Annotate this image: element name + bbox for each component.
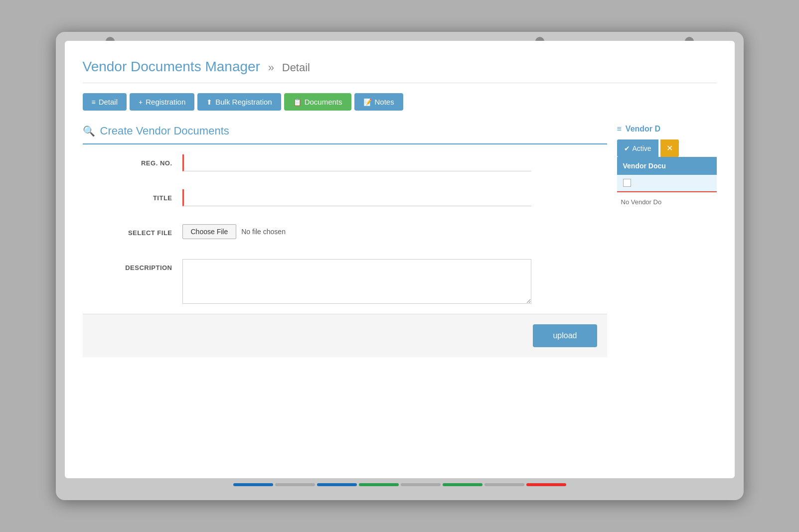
tab-bulk-label: Bulk Registration bbox=[215, 98, 272, 106]
screen-frame: Vendor Documents Manager » Detail ≡ Deta… bbox=[56, 32, 744, 500]
bar-seg-6 bbox=[443, 483, 482, 486]
control-reg-no bbox=[182, 154, 607, 171]
form-row-reg-no: REG. NO. bbox=[83, 154, 607, 180]
form-row-title: TITLE bbox=[83, 189, 607, 215]
tab-detail-label: Detail bbox=[99, 98, 118, 106]
file-input-wrap: Choose File No file chosen bbox=[182, 224, 286, 239]
detail-icon: ≡ bbox=[92, 98, 96, 106]
section-header: 🔍 Create Vendor Documents bbox=[83, 125, 607, 144]
control-description bbox=[182, 259, 607, 304]
bar-seg-7 bbox=[484, 483, 524, 486]
sidebar-list-icon: ≡ bbox=[617, 125, 622, 133]
breadcrumb-detail: Detail bbox=[282, 61, 310, 74]
tab-documents-label: Documents bbox=[305, 98, 342, 106]
control-title bbox=[182, 189, 607, 206]
upload-button[interactable]: upload bbox=[533, 324, 597, 347]
bar-seg-1 bbox=[233, 483, 273, 486]
notes-icon: 📝 bbox=[363, 98, 372, 106]
bar-seg-8 bbox=[526, 483, 566, 486]
tab-registration[interactable]: + Registration bbox=[130, 93, 194, 111]
sidebar-title-text: Vendor D bbox=[626, 125, 660, 133]
sidebar: ≡ Vendor D ✔ Active ✕ Vendor Docu No Ven… bbox=[617, 125, 717, 460]
tab-notes-label: Notes bbox=[375, 98, 394, 106]
section-title: Create Vendor Documents bbox=[100, 125, 229, 137]
bulk-reg-icon: ⬆ bbox=[206, 98, 212, 106]
sidebar-header: ≡ Vendor D bbox=[617, 125, 717, 133]
choose-file-button[interactable]: Choose File bbox=[182, 224, 237, 239]
close-sidebar-button[interactable]: ✕ bbox=[660, 139, 679, 157]
sidebar-actions: ✔ Active ✕ bbox=[617, 139, 717, 157]
page-title-bar: Vendor Documents Manager » Detail bbox=[83, 59, 717, 75]
tab-detail[interactable]: ≡ Detail bbox=[83, 93, 127, 111]
app-title: Vendor Documents Manager bbox=[83, 59, 260, 74]
bar-seg-3 bbox=[317, 483, 357, 486]
bar-seg-5 bbox=[401, 483, 441, 486]
sidebar-checkbox[interactable] bbox=[623, 179, 631, 187]
label-reg-no: REG. NO. bbox=[83, 154, 182, 167]
documents-icon: 📋 bbox=[293, 98, 302, 106]
input-reg-no[interactable] bbox=[182, 154, 531, 171]
title-divider bbox=[83, 83, 717, 83]
form-footer: upload bbox=[83, 314, 607, 357]
sidebar-table-header: Vendor Docu bbox=[617, 157, 717, 175]
label-title: TITLE bbox=[83, 189, 182, 202]
input-title[interactable] bbox=[182, 189, 531, 206]
tab-registration-label: Registration bbox=[146, 98, 185, 106]
section-search-icon: 🔍 bbox=[83, 125, 95, 137]
control-select-file: Choose File No file chosen bbox=[182, 224, 607, 239]
label-description: DESCRIPTION bbox=[83, 259, 182, 271]
form-row-description: DESCRIPTION bbox=[83, 259, 607, 304]
label-select-file: SELECT FILE bbox=[83, 224, 182, 237]
registration-icon: + bbox=[139, 98, 143, 106]
check-icon: ✔ bbox=[624, 144, 630, 152]
main-layout: 🔍 Create Vendor Documents REG. NO. TITLE bbox=[83, 125, 717, 460]
tab-bar: ≡ Detail + Registration ⬆ Bulk Registrat… bbox=[83, 93, 717, 111]
tab-bulk-registration[interactable]: ⬆ Bulk Registration bbox=[197, 93, 281, 111]
sidebar-empty-text: No Vendor Do bbox=[617, 191, 717, 212]
active-label: Active bbox=[633, 144, 651, 152]
no-file-text: No file chosen bbox=[241, 228, 286, 236]
bottom-bar bbox=[65, 478, 735, 486]
bar-seg-4 bbox=[359, 483, 399, 486]
textarea-description[interactable] bbox=[182, 259, 531, 304]
tab-notes[interactable]: 📝 Notes bbox=[354, 93, 403, 111]
tab-documents[interactable]: 📋 Documents bbox=[284, 93, 351, 111]
bar-seg-2 bbox=[275, 483, 315, 486]
screen-inner: Vendor Documents Manager » Detail ≡ Deta… bbox=[65, 41, 735, 478]
breadcrumb-separator: » bbox=[268, 61, 274, 74]
sidebar-table-row bbox=[617, 175, 717, 191]
form-row-file: SELECT FILE Choose File No file chosen bbox=[83, 224, 607, 250]
active-button[interactable]: ✔ Active bbox=[617, 139, 658, 157]
form-section: 🔍 Create Vendor Documents REG. NO. TITLE bbox=[83, 125, 607, 460]
